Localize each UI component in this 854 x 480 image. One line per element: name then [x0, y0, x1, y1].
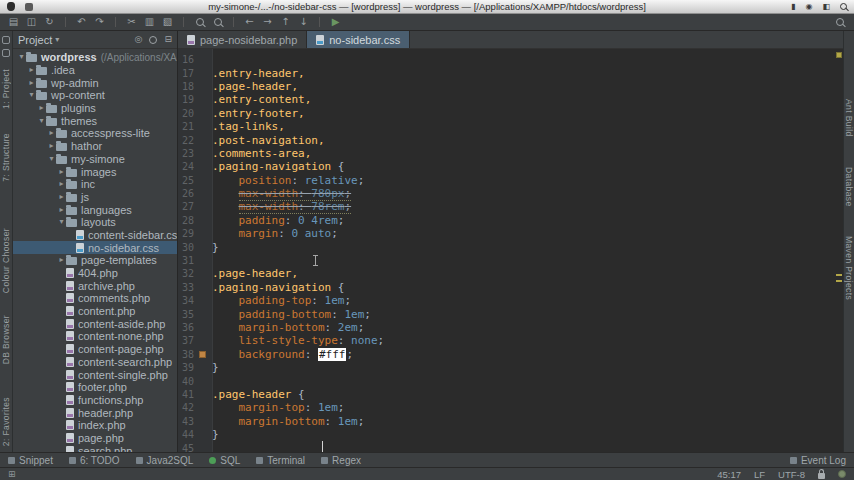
sync-icon[interactable]: ↻	[42, 15, 57, 29]
chevron-right-icon[interactable]: ▸	[57, 180, 66, 188]
code-line-40[interactable]: 40	[178, 374, 835, 387]
tool-window-button-database[interactable]: Database	[844, 167, 854, 207]
tree-item-content-aside-php[interactable]: content-aside.php	[13, 317, 177, 330]
chevron-down-icon[interactable]: ▾	[47, 155, 56, 163]
chevron-right-icon[interactable]: ▸	[27, 79, 36, 87]
find-icon[interactable]	[192, 15, 207, 29]
line-number[interactable]: 23	[178, 148, 198, 159]
line-number[interactable]: 40	[178, 376, 198, 387]
line-number[interactable]: 38	[178, 349, 198, 360]
code-line-24[interactable]: 24.paging-navigation {	[178, 160, 835, 173]
tool-window-button-snippet[interactable]: Snippet	[8, 455, 53, 466]
paste-icon[interactable]: ▧	[160, 15, 175, 29]
line-number[interactable]: 21	[178, 121, 198, 132]
search-everywhere-icon[interactable]	[836, 18, 844, 26]
tree-item-footer-php[interactable]: footer.php	[13, 381, 177, 394]
line-number[interactable]: 22	[178, 135, 198, 146]
forward-icon[interactable]: →	[260, 15, 275, 29]
tree-item-languages[interactable]: ▸languages	[13, 203, 177, 216]
menubar-status-icon[interactable]: ◧	[822, 3, 830, 11]
tool-window-button-6-todo[interactable]: 6: TODO	[69, 455, 120, 466]
warning-stripe-mark[interactable]	[836, 280, 842, 282]
chevron-right-icon[interactable]: ▸	[57, 256, 66, 264]
tree-item-accesspress-lite[interactable]: ▸accesspress-lite	[13, 127, 177, 140]
line-number[interactable]: 32	[178, 268, 198, 279]
tree-item-js[interactable]: ▸js	[13, 191, 177, 204]
code-line-45[interactable]: 45	[178, 441, 835, 452]
chevron-down-icon[interactable]: ▾	[55, 35, 59, 44]
tree-item-comments-php[interactable]: comments.php	[13, 292, 177, 305]
code-line-33[interactable]: 33.paging-navigation {	[178, 281, 835, 294]
code-line-25[interactable]: 25 position: relative;	[178, 174, 835, 187]
tree-item-search-php[interactable]: search.php	[13, 444, 177, 452]
line-number[interactable]: 18	[178, 81, 198, 92]
tree-item-idea[interactable]: ▸.idea	[13, 64, 177, 77]
project-panel-title[interactable]: Project	[18, 34, 52, 46]
code-line-32[interactable]: 32.page-header,	[178, 267, 835, 280]
chevron-right-icon[interactable]: ▸	[47, 142, 56, 150]
tree-item-page-templates[interactable]: ▸page-templates	[13, 254, 177, 267]
tab-no-sidebar-css[interactable]: no-sidebar.css	[307, 31, 410, 48]
chevron-right-icon[interactable]: ▸	[47, 129, 56, 137]
code-line-20[interactable]: 20.entry-footer,	[178, 107, 835, 120]
back-icon[interactable]: ←	[242, 15, 257, 29]
spotlight-search-icon[interactable]	[840, 3, 847, 10]
hide-panel-icon[interactable]: ⊟	[164, 35, 172, 44]
code-line-31[interactable]: 31	[178, 254, 835, 267]
tree-item-wordpress[interactable]: ▾wordpress(/Applications/XAMPP/htdocs/wo…	[13, 51, 177, 64]
tool-window-button-event-log[interactable]: Event Log	[790, 455, 846, 466]
tree-item-index-php[interactable]: index.php	[13, 419, 177, 432]
code-line-36[interactable]: 36 margin-bottom: 2em;	[178, 321, 835, 334]
line-number[interactable]: 39	[178, 362, 198, 373]
line-number[interactable]: 24	[178, 161, 198, 172]
tree-item-archive-php[interactable]: archive.php	[13, 279, 177, 292]
tree-item-header-php[interactable]: header.php	[13, 406, 177, 419]
code-line-35[interactable]: 35 padding-bottom: 1em;	[178, 307, 835, 320]
code-line-19[interactable]: 19.entry-content,	[178, 93, 835, 106]
tree-item-content-php[interactable]: content.php	[13, 305, 177, 318]
settings-gear-icon[interactable]	[149, 36, 157, 44]
tool-window-button-db-browser[interactable]: DB Browser	[1, 315, 11, 364]
code-line-23[interactable]: 23.comments-area,	[178, 147, 835, 160]
menubar-status-icon[interactable]: ▮	[791, 3, 795, 11]
line-number[interactable]: 19	[178, 94, 198, 105]
file-encoding[interactable]: UTF-8	[778, 469, 805, 480]
code-line-17[interactable]: 17.entry-header,	[178, 66, 835, 79]
code-line-39[interactable]: 39}	[178, 361, 835, 374]
line-number[interactable]: 31	[178, 255, 198, 266]
code-line-42[interactable]: 42 margin-top: 1em;	[178, 401, 835, 414]
code-line-38[interactable]: 38 background: #fff;	[178, 348, 835, 361]
line-number[interactable]: 35	[178, 309, 198, 320]
tree-item-layouts[interactable]: ▾layouts	[13, 216, 177, 229]
inspections-indicator-icon[interactable]	[836, 52, 842, 58]
up-icon[interactable]: ↑	[278, 15, 293, 29]
line-number[interactable]: 33	[178, 282, 198, 293]
line-number[interactable]: 43	[178, 416, 198, 427]
line-number[interactable]: 26	[178, 188, 198, 199]
tool-window-button-regex[interactable]: Regex	[321, 455, 361, 466]
line-number[interactable]: 34	[178, 295, 198, 306]
run-icon[interactable]: ▶	[328, 15, 343, 29]
replace-icon[interactable]	[210, 15, 225, 29]
code-line-41[interactable]: 41.page-header {	[178, 388, 835, 401]
redo-icon[interactable]: ↷	[92, 15, 107, 29]
tree-item-plugins[interactable]: ▸plugins	[13, 102, 177, 115]
chevron-down-icon[interactable]: ▾	[37, 117, 46, 125]
cut-icon[interactable]: ✂	[124, 15, 139, 29]
tool-window-button-maven-projects[interactable]: Maven Projects	[844, 236, 854, 300]
line-number[interactable]: 41	[178, 389, 198, 400]
down-icon[interactable]: ↓	[296, 15, 311, 29]
tool-strip-icon[interactable]	[2, 36, 10, 44]
line-number[interactable]: 30	[178, 242, 198, 253]
chevron-right-icon[interactable]: ▸	[37, 104, 46, 112]
line-number[interactable]: 36	[178, 322, 198, 333]
code-editor[interactable]: 1617.entry-header,18.page-header,19.entr…	[178, 49, 835, 452]
code-line-18[interactable]: 18.page-header,	[178, 80, 835, 93]
tree-item-content-none-php[interactable]: content-none.php	[13, 330, 177, 343]
tree-item-content-sidebar-css[interactable]: content-sidebar.css	[13, 229, 177, 242]
error-stripe[interactable]	[835, 49, 843, 452]
tool-window-button-ant-build[interactable]: Ant Build	[844, 99, 854, 137]
apple-menu-icon[interactable]	[7, 2, 15, 11]
tree-item-themes[interactable]: ▾themes	[13, 114, 177, 127]
undo-icon[interactable]: ↶	[74, 15, 89, 29]
